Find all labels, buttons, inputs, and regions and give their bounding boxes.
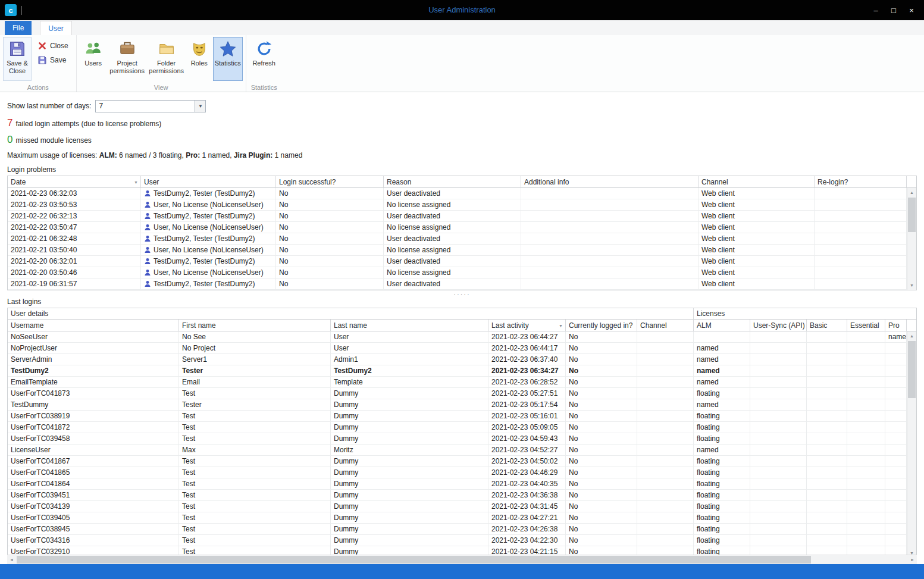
scroll-left-icon[interactable]: ◄ [7, 555, 16, 564]
column-header[interactable]: First name [179, 320, 331, 331]
table-cell [637, 456, 694, 467]
star-icon [219, 40, 237, 58]
scroll-down-icon[interactable]: ▼ [907, 549, 916, 555]
table-row[interactable]: UserForTC039458TestDummy2021-02-23 04:59… [8, 433, 916, 445]
combo-dropdown-icon[interactable]: ▼ [195, 101, 205, 112]
column-header[interactable]: Re-login? [815, 176, 907, 188]
folder-permissions-button[interactable]: Folder permissions [148, 37, 186, 81]
scroll-down-icon[interactable]: ▼ [907, 281, 916, 290]
column-header[interactable]: Currently logged in? [566, 320, 637, 331]
last-logins-scrollbar[interactable]: ▲ ▼ [907, 331, 916, 555]
statistics-button[interactable]: Statistics [213, 37, 243, 81]
close-icon[interactable]: × [903, 2, 920, 18]
table-cell [815, 233, 907, 245]
refresh-button[interactable]: Refresh [249, 37, 279, 81]
table-cell: TestDumy2, Tester (TestDumy2) [141, 256, 276, 267]
table-row[interactable]: 2021-02-22 03:50:47User, No License (NoL… [8, 222, 916, 233]
column-header[interactable]: Login successful? [276, 176, 384, 188]
table-row[interactable]: EmailTemplateEmailTemplate2021-02-23 06:… [8, 377, 916, 388]
table-cell: Dummy [331, 456, 488, 467]
close-button[interactable]: Close [36, 40, 70, 51]
column-header[interactable]: Essential [847, 320, 885, 331]
login-problems-scrollbar[interactable]: ▲ ▼ [907, 188, 916, 290]
user-icon [144, 212, 151, 220]
table-row[interactable]: LicenseUserMaxMoritz2021-02-23 04:52:27N… [8, 445, 916, 456]
failed-login-count: 7 [7, 117, 12, 129]
table-row[interactable]: UserForTC034139TestDummy2021-02-23 04:31… [8, 501, 916, 512]
jira-label: Jira Plugin: [234, 151, 272, 159]
table-row[interactable]: 2021-02-21 06:32:48TestDumy2, Tester (Te… [8, 233, 916, 245]
filter-arrow-icon[interactable]: ▼ [134, 180, 138, 184]
table-row[interactable]: TestDumy2TesterTestDumy22021-02-23 06:34… [8, 365, 916, 377]
table-cell: No [276, 245, 384, 256]
column-header[interactable]: Channel [637, 320, 694, 331]
scrollbar-thumb[interactable] [17, 556, 811, 564]
days-filter-value[interactable]: 7 [96, 101, 195, 112]
table-row[interactable]: 2021-02-22 06:32:13TestDumy2, Tester (Te… [8, 211, 916, 222]
scrollbar-thumb[interactable] [908, 341, 916, 398]
table-row[interactable]: UserForTC039451TestDummy2021-02-23 04:36… [8, 490, 916, 501]
scroll-right-icon[interactable]: ► [908, 555, 917, 564]
column-header[interactable]: Reason [384, 176, 521, 188]
table-cell: UserForTC038919 [8, 411, 179, 422]
table-row[interactable]: ServerAdminServer1Admin12021-02-23 06:37… [8, 354, 916, 365]
table-row[interactable]: UserForTC041867TestDummy2021-02-23 04:50… [8, 456, 916, 467]
scroll-up-icon[interactable]: ▲ [907, 331, 916, 340]
table-row[interactable]: 2021-02-23 03:50:53User, No License (NoL… [8, 199, 916, 211]
table-row[interactable]: UserForTC038945TestDummy2021-02-23 04:26… [8, 524, 916, 535]
table-row[interactable]: UserForTC041872TestDummy2021-02-23 05:09… [8, 422, 916, 433]
table-cell: Web client [699, 256, 815, 267]
table-row[interactable]: TestDummyTesterDummy2021-02-23 05:17:54N… [8, 399, 916, 411]
table-cell [847, 331, 885, 343]
table-row[interactable]: UserForTC041865TestDummy2021-02-23 04:46… [8, 467, 916, 478]
scrollbar-thumb[interactable] [908, 198, 916, 232]
column-header[interactable]: Last activity▼ [488, 320, 566, 331]
column-header[interactable]: User-Sync (API) [750, 320, 807, 331]
table-row[interactable]: 2021-02-21 03:50:40User, No License (NoL… [8, 245, 916, 256]
column-header[interactable]: Username [8, 320, 179, 331]
minimize-icon[interactable]: – [867, 2, 885, 18]
column-header[interactable]: Date▼ [8, 176, 141, 188]
tab-file[interactable]: File [5, 21, 32, 35]
save-and-close-button[interactable]: Save & Close [3, 37, 32, 81]
table-row[interactable]: NoProjectUserNo ProjectUser2021-02-23 06… [8, 343, 916, 354]
group-header-user-details: User details [8, 308, 694, 320]
splitter-handle[interactable]: ····· [7, 290, 917, 298]
tab-user[interactable]: User [40, 21, 71, 35]
column-header[interactable]: ALM [694, 320, 750, 331]
table-cell: floating [694, 490, 750, 501]
table-row[interactable]: 2021-02-20 06:32:01TestDumy2, Tester (Te… [8, 256, 916, 267]
days-filter-combobox[interactable]: 7 ▼ [95, 100, 206, 112]
column-header[interactable]: Basic [807, 320, 847, 331]
table-row[interactable]: 2021-02-20 03:50:46User, No License (NoL… [8, 267, 916, 278]
table-cell [750, 467, 807, 478]
table-row[interactable]: 2021-02-23 06:32:03TestDumy2, Tester (Te… [8, 188, 916, 199]
table-cell [847, 365, 885, 377]
table-cell [847, 524, 885, 535]
users-button[interactable]: Users [80, 37, 107, 81]
horizontal-scrollbar[interactable]: ◄ ► [7, 555, 917, 564]
table-cell [807, 524, 847, 535]
scroll-up-icon[interactable]: ▲ [907, 188, 916, 197]
table-row[interactable]: UserForTC034316TestDummy2021-02-23 04:22… [8, 535, 916, 546]
column-header[interactable]: User [141, 176, 276, 188]
table-cell: Dummy [331, 467, 488, 478]
maximize-icon[interactable]: □ [885, 2, 903, 18]
table-row[interactable]: UserForTC041864TestDummy2021-02-23 04:40… [8, 478, 916, 490]
project-permissions-button[interactable]: Project permissions [108, 37, 146, 81]
column-header[interactable]: Additional info [521, 176, 699, 188]
table-row[interactable]: UserForTC041873TestDummy2021-02-23 05:27… [8, 388, 916, 399]
table-cell [637, 422, 694, 433]
table-row[interactable]: NoSeeUserNo SeeUser2021-02-23 06:44:27No… [8, 331, 916, 343]
table-row[interactable]: 2021-02-19 06:31:57TestDumy2, Tester (Te… [8, 278, 916, 290]
filter-arrow-icon[interactable]: ▼ [559, 323, 563, 327]
table-row[interactable]: UserForTC038919TestDummy2021-02-23 05:16… [8, 411, 916, 422]
roles-button[interactable]: Roles [187, 37, 212, 81]
table-row[interactable]: UserForTC032910TestDummy2021-02-23 04:21… [8, 546, 916, 555]
column-header[interactable]: Channel [699, 176, 815, 188]
column-header[interactable]: Last name [331, 320, 488, 331]
usage-prefix: Maximum usage of licenses: [7, 151, 97, 159]
save-button[interactable]: Save [36, 55, 70, 65]
column-header[interactable]: Pro [885, 320, 907, 331]
table-row[interactable]: UserForTC039405TestDummy2021-02-23 04:27… [8, 512, 916, 524]
